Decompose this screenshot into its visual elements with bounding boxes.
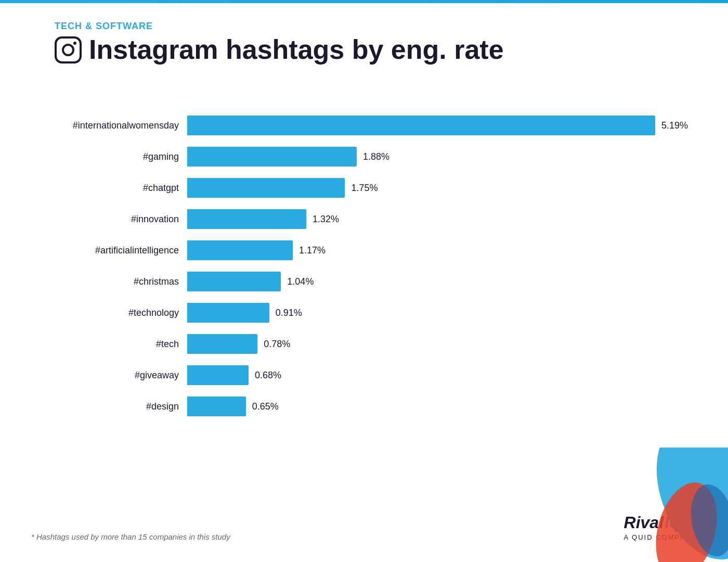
top-border [0, 0, 728, 3]
chart-row: #artificialintelligence1.17% [31, 239, 697, 261]
bar-container: 1.88% [187, 146, 697, 168]
chart-row: #technology0.91% [31, 302, 697, 324]
bar-value: 1.88% [363, 151, 389, 162]
bar-label: #chatgpt [31, 183, 187, 194]
bar-label: #innovation [31, 214, 187, 225]
bar-container: 1.32% [187, 208, 697, 230]
bar-value: 1.17% [299, 245, 326, 256]
bar [187, 147, 357, 167]
bar-value: 1.75% [351, 183, 378, 194]
bar [187, 334, 257, 354]
chart-row: #tech0.78% [31, 333, 697, 355]
footnote: * Hashtags used by more than 15 companie… [31, 532, 230, 541]
bar-value: 5.19% [661, 120, 688, 131]
bar-value: 0.91% [276, 308, 302, 318]
footer: * Hashtags used by more than 15 companie… [31, 513, 697, 541]
bar [187, 303, 269, 323]
chart-row: #christmas1.04% [31, 271, 697, 292]
chart-area: #internationalwomensday5.19%#gaming1.88%… [31, 114, 697, 427]
chart-row: #internationalwomensday5.19% [31, 114, 697, 136]
category-label: TECH & SOFTWARE [55, 21, 504, 32]
bar-label: #design [31, 401, 187, 412]
bar [187, 178, 345, 198]
chart-row: #gaming1.88% [31, 146, 697, 168]
svg-point-1 [63, 45, 73, 55]
bar-container: 1.75% [187, 177, 697, 199]
page-title: Instagram hashtags by eng. rate [89, 35, 504, 65]
bar-label: #giveaway [31, 370, 187, 381]
bar-value: 1.04% [287, 276, 314, 287]
bar-container: 0.78% [187, 333, 697, 355]
bar-value: 1.32% [313, 214, 339, 225]
bar-container: 1.17% [187, 239, 697, 261]
bar-container: 0.68% [187, 364, 697, 386]
bar-value: 0.65% [252, 401, 279, 412]
title-row: Instagram hashtags by eng. rate [55, 35, 504, 65]
bar-label: #technology [31, 308, 187, 318]
chart-row: #giveaway0.68% [31, 364, 697, 386]
bar [187, 365, 249, 385]
bar [187, 272, 281, 291]
bar-label: #christmas [31, 276, 187, 287]
bar-value: 0.68% [255, 370, 281, 381]
bar-value: 0.78% [264, 339, 290, 350]
bar-container: 0.65% [187, 395, 697, 417]
chart-row: #innovation1.32% [31, 208, 697, 230]
chart-row: #chatgpt1.75% [31, 177, 697, 199]
bar-container: 1.04% [187, 271, 697, 292]
bar-container: 5.19% [187, 114, 697, 136]
bar-label: #tech [31, 339, 187, 350]
header: TECH & SOFTWARE Instagram hashtags by en… [55, 21, 504, 65]
bar-label: #artificialintelligence [31, 245, 187, 256]
bar-label: #gaming [31, 151, 187, 162]
bar-label: #internationalwomensday [31, 120, 187, 131]
bar-container: 0.91% [187, 302, 697, 324]
bar [187, 397, 246, 416]
instagram-icon [55, 36, 82, 63]
chart-row: #design0.65% [31, 395, 697, 417]
svg-point-2 [73, 42, 76, 45]
bar [187, 209, 306, 229]
swoosh-decoration [624, 448, 728, 562]
bar [187, 240, 293, 260]
svg-rect-0 [56, 37, 81, 62]
bar [187, 116, 655, 135]
